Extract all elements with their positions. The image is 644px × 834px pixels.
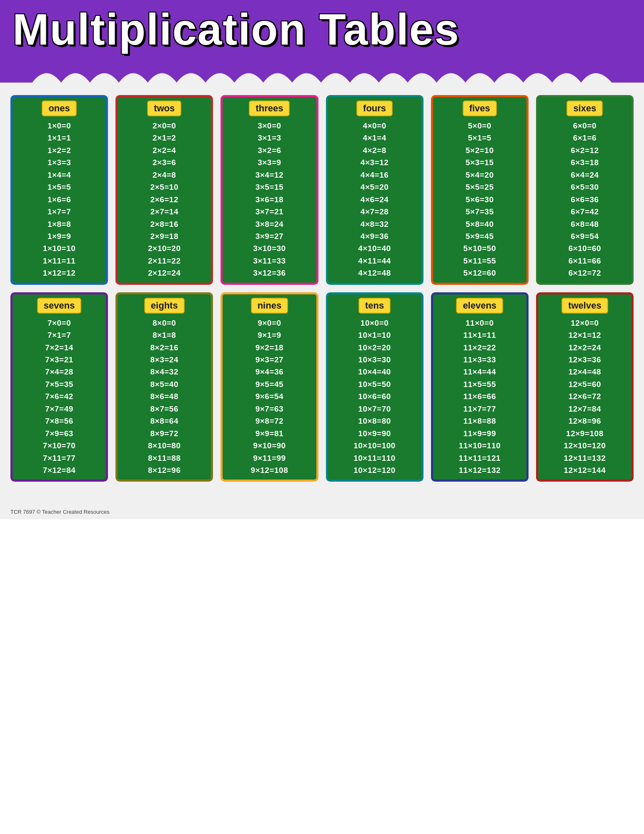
equation: 12×4=48	[569, 366, 601, 378]
table-equations-twelves: 12×0=012×1=1212×2=2412×3=3612×4=4812×5=6…	[541, 317, 628, 477]
equation: 2×0=0	[153, 120, 176, 132]
equation: 1×8=8	[48, 218, 71, 230]
table-card-threes: threes3×0=03×1=33×2=63×3=93×4=123×5=153×…	[221, 95, 318, 285]
equation: 2×4=8	[153, 169, 176, 181]
equation: 8×9=72	[150, 427, 178, 440]
equation: 8×7=56	[150, 403, 178, 415]
equation: 3×0=0	[258, 120, 281, 132]
equation: 4×6=24	[361, 193, 388, 206]
equation: 4×11=44	[358, 255, 391, 267]
tables-grid: ones1×0=01×1=11×2=21×3=31×4=41×5=51×6=61…	[10, 95, 634, 482]
table-label-fours: fours	[356, 100, 393, 116]
table-card-fours: fours4×0=04×1=44×2=84×3=124×4=164×5=204×…	[326, 95, 423, 285]
equation: 7×9=63	[45, 427, 73, 440]
equation: 9×11=99	[253, 452, 286, 464]
equation: 4×10=40	[358, 242, 391, 254]
equation: 6×6=36	[571, 193, 599, 206]
table-card-sevens: sevens7×0=07×1=77×2=147×3=217×4=287×5=35…	[10, 292, 108, 482]
equation: 9×12=108	[251, 464, 288, 476]
equation: 7×0=0	[48, 317, 71, 329]
equation: 12×6=72	[569, 390, 601, 402]
table-card-eights: eights8×0=08×1=88×2=168×3=248×4=328×5=40…	[115, 292, 213, 482]
equation: 2×7=14	[150, 206, 178, 218]
equation: 1×4=4	[48, 169, 71, 181]
equation: 1×7=7	[48, 206, 71, 218]
equation: 10×10=100	[353, 440, 396, 452]
equation: 9×9=81	[256, 427, 283, 440]
equation: 1×3=3	[48, 156, 71, 168]
equation: 5×11=55	[463, 255, 496, 267]
equation: 2×2=4	[153, 144, 176, 156]
equation: 10×5=50	[358, 378, 391, 390]
equation: 1×2=2	[48, 144, 71, 156]
equation: 7×7=49	[45, 403, 73, 415]
equation: 2×11=22	[148, 255, 181, 267]
table-equations-threes: 3×0=03×1=33×2=63×3=93×4=123×5=153×6=183×…	[226, 120, 313, 279]
table-card-elevens: elevens11×0=011×1=1111×2=2211×3=3311×4=4…	[431, 292, 529, 482]
header: Multiplication Tables	[0, 0, 644, 64]
equation: 1×10=10	[43, 242, 76, 254]
equation: 2×10=20	[148, 242, 181, 254]
equation: 7×6=42	[45, 390, 73, 402]
equation: 5×8=40	[466, 218, 494, 230]
equation: 8×6=48	[150, 390, 178, 402]
equation: 7×11=77	[43, 452, 76, 464]
equation: 12×10=120	[564, 440, 606, 452]
equation: 10×3=30	[358, 354, 391, 366]
table-equations-fours: 4×0=04×1=44×2=84×3=124×4=164×5=204×6=244…	[331, 120, 418, 279]
equation: 3×6=18	[256, 193, 283, 206]
equation: 11×6=66	[463, 390, 496, 402]
equation: 3×10=30	[253, 242, 286, 254]
table-card-sixes: sixes6×0=06×1=66×2=126×3=186×4=246×5=306…	[536, 95, 634, 285]
table-label-fives: fives	[463, 100, 497, 116]
equation: 3×4=12	[256, 169, 283, 181]
equation: 4×12=48	[358, 267, 391, 279]
equation: 5×0=0	[468, 120, 491, 132]
equation: 12×2=24	[569, 342, 601, 354]
equation: 3×5=15	[256, 181, 283, 193]
equation: 9×8=72	[256, 415, 283, 427]
equation: 4×5=20	[361, 181, 388, 193]
equation: 6×2=12	[571, 144, 599, 156]
equation: 7×2=14	[45, 342, 73, 354]
table-label-eights: eights	[144, 298, 185, 314]
equation: 5×4=20	[466, 169, 494, 181]
table-label-threes: threes	[249, 100, 290, 116]
table-card-twelves: twelves12×0=012×1=1212×2=2412×3=3612×4=4…	[536, 292, 634, 482]
equation: 10×4=40	[358, 366, 391, 378]
equation: 6×7=42	[571, 206, 599, 218]
equation: 3×11=33	[253, 255, 286, 267]
equation: 10×0=0	[361, 317, 388, 329]
equation: 5×10=50	[463, 242, 496, 254]
table-card-tens: tens10×0=010×1=1010×2=2010×3=3010×4=4010…	[326, 292, 423, 482]
main-content: ones1×0=01×1=11×2=21×3=31×4=41×5=51×6=61…	[0, 83, 644, 507]
equation: 1×1=1	[48, 132, 71, 144]
equation: 9×4=36	[256, 366, 283, 378]
equation: 10×11=110	[353, 452, 396, 464]
equation: 4×1=4	[363, 132, 386, 144]
header-scallop	[0, 64, 644, 83]
equation: 10×9=90	[358, 427, 391, 440]
equation: 6×11=66	[569, 255, 601, 267]
table-label-nines: nines	[251, 298, 288, 314]
equation: 6×12=72	[569, 267, 601, 279]
equation: 12×5=60	[569, 378, 601, 390]
equation: 7×5=35	[45, 378, 73, 390]
equation: 9×2=18	[256, 342, 283, 354]
footer: TCR 7697 © Teacher Created Resources	[0, 507, 644, 519]
equation: 8×3=24	[150, 354, 178, 366]
equation: 12×1=12	[569, 329, 601, 341]
equation: 1×5=5	[48, 181, 71, 193]
equation: 12×7=84	[569, 403, 601, 415]
equation: 4×0=0	[363, 120, 386, 132]
equation: 6×0=0	[573, 120, 596, 132]
equation: 10×8=80	[358, 415, 391, 427]
equation: 8×0=0	[153, 317, 176, 329]
equation: 12×8=96	[569, 415, 601, 427]
equation: 3×2=6	[258, 144, 281, 156]
equation: 5×7=35	[466, 206, 494, 218]
equation: 3×12=36	[253, 267, 286, 279]
equation: 8×5=40	[150, 378, 178, 390]
equation: 4×9=36	[361, 230, 388, 242]
equation: 3×7=21	[256, 206, 283, 218]
